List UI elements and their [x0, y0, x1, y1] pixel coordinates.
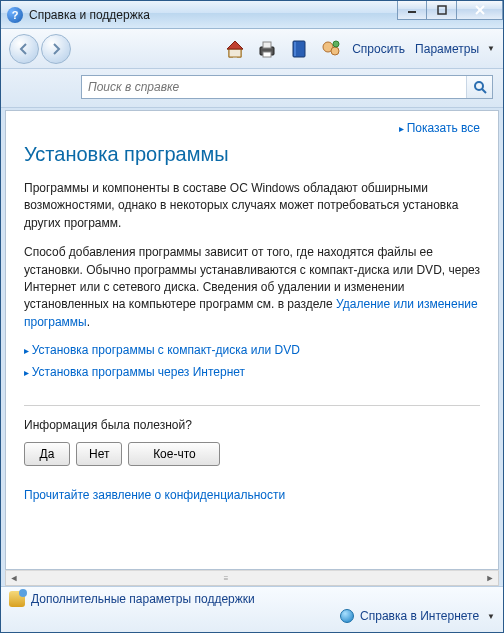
help-icon: ? [7, 7, 23, 23]
online-help-link[interactable]: Справка в Интернете [360, 609, 479, 623]
forward-button[interactable] [41, 34, 71, 64]
svg-point-11 [331, 47, 339, 55]
globe-icon [340, 609, 354, 623]
page-title: Установка программы [24, 143, 480, 166]
search-row [1, 69, 503, 108]
divider [24, 405, 480, 406]
feedback-question: Информация была полезной? [24, 418, 480, 432]
svg-rect-6 [263, 42, 271, 48]
expand-install-from-internet[interactable]: Установка программы через Интернет [24, 365, 245, 379]
intro-paragraph-2: Способ добавления программы зависит от т… [24, 244, 480, 331]
privacy-link[interactable]: Прочитайте заявление о конфиденциальност… [24, 488, 285, 502]
svg-rect-4 [229, 49, 241, 57]
yes-button[interactable]: Да [24, 442, 70, 466]
search-input[interactable] [82, 76, 466, 98]
minimize-button[interactable] [397, 0, 427, 20]
browse-icon[interactable] [285, 35, 313, 63]
maximize-button[interactable] [427, 0, 457, 20]
search-button[interactable] [466, 76, 492, 98]
back-button[interactable] [9, 34, 39, 64]
home-icon[interactable] [221, 35, 249, 63]
status-bar: Дополнительные параметры поддержки Справ… [1, 586, 503, 632]
content-area: Показать все Установка программы Програм… [5, 110, 499, 570]
print-icon[interactable] [253, 35, 281, 63]
no-button[interactable]: Нет [76, 442, 122, 466]
show-all-link[interactable]: Показать все [399, 121, 480, 135]
titlebar: ? Справка и поддержка [1, 1, 503, 29]
scroll-left-icon[interactable]: ◄ [6, 571, 22, 585]
svg-point-12 [333, 41, 339, 47]
svg-line-14 [482, 89, 486, 93]
window-controls [397, 0, 503, 20]
svg-rect-7 [263, 52, 271, 57]
window-title: Справка и поддержка [29, 8, 150, 22]
toolbar: Спросить Параметры ▼ [1, 29, 503, 69]
more-support-options-link[interactable]: Дополнительные параметры поддержки [31, 592, 255, 606]
scroll-track[interactable]: ≡ [22, 571, 482, 585]
feedback-buttons: Да Нет Кое-что [24, 442, 480, 466]
chevron-down-icon[interactable]: ▼ [487, 44, 495, 53]
intro-paragraph-1: Программы и компоненты в составе ОС Wind… [24, 180, 480, 232]
close-button[interactable] [457, 0, 503, 20]
expand-install-from-disc[interactable]: Установка программы с компакт-диска или … [24, 343, 300, 357]
scroll-right-icon[interactable]: ► [482, 571, 498, 585]
svg-point-13 [475, 82, 483, 90]
scroll-grip-icon[interactable]: ≡ [206, 572, 246, 584]
para2-text-b: . [87, 315, 90, 329]
svg-rect-1 [438, 6, 446, 14]
ask-link[interactable]: Спросить [348, 42, 409, 56]
horizontal-scrollbar[interactable]: ◄ ≡ ► [5, 570, 499, 586]
search-box [81, 75, 493, 99]
options-link[interactable]: Параметры [411, 42, 483, 56]
svg-rect-9 [294, 42, 296, 56]
chevron-down-icon[interactable]: ▼ [487, 612, 495, 621]
ask-icon[interactable] [317, 35, 345, 63]
support-icon [9, 591, 25, 607]
somewhat-button[interactable]: Кое-что [128, 442, 220, 466]
